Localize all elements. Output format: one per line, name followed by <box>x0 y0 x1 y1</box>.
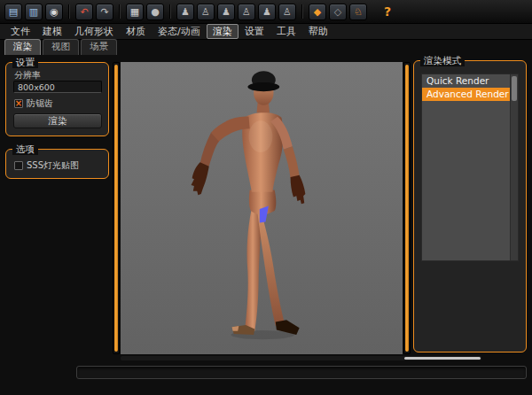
settings-groupbox: 设置 分辨率 × 防锯齿 渲染 <box>5 62 109 136</box>
redo-icon[interactable]: ↷ <box>96 4 113 20</box>
snapshot-camera-icon[interactable]: ◉ <box>45 4 63 20</box>
figure-hat-brim <box>247 82 279 91</box>
render-mode-groupbox: 渲染模式 Quick Render Advanced Render <box>413 60 527 352</box>
figure-right-forearm <box>284 146 300 178</box>
toolbar-separator <box>68 4 70 19</box>
figure-blue-patch <box>260 206 269 223</box>
help-icon[interactable]: ? <box>384 4 391 19</box>
listbox-scrollbar-thumb[interactable] <box>512 76 517 101</box>
menu-item-material[interactable]: 材质 <box>120 24 152 39</box>
antialias-label: 防锯齿 <box>27 97 53 110</box>
figure-right-leg <box>258 210 285 326</box>
menu-item-help[interactable]: 帮助 <box>302 24 334 39</box>
render-progress-bar <box>76 366 527 379</box>
pose-figure-icon[interactable]: ♟ <box>258 4 276 20</box>
material-sphere-icon[interactable]: ● <box>146 4 164 20</box>
menu-item-modeling[interactable]: 建模 <box>36 24 68 39</box>
save-as-icon[interactable]: ▥ <box>25 4 43 20</box>
menu-item-geometry[interactable]: 几何形状 <box>68 24 120 39</box>
figure-left-hand <box>192 162 209 195</box>
resolution-input[interactable] <box>13 81 102 93</box>
pose-figure-icon[interactable]: ♙ <box>197 4 215 20</box>
render-mode-listbox: Quick Render Advanced Render <box>421 74 519 261</box>
viewport-vscrollbar-right[interactable] <box>403 62 411 354</box>
menu-item-tools[interactable]: 工具 <box>270 24 302 39</box>
pose-figure-icon[interactable]: ♙ <box>238 4 255 20</box>
options-title: 选项 <box>12 143 38 155</box>
render-mode-title: 渲染模式 <box>420 55 465 66</box>
list-option-advanced-render[interactable]: Advanced Render <box>422 88 510 101</box>
vscrollbar-thumb[interactable] <box>114 65 118 352</box>
animate-figure-icon[interactable]: ♘ <box>349 4 367 20</box>
viewport-vscrollbar-left[interactable] <box>113 62 120 354</box>
viewport-hscrollbar[interactable] <box>121 356 481 360</box>
shield-icon[interactable]: ◆ <box>309 4 326 20</box>
tab-view[interactable]: 视图 <box>43 39 79 55</box>
menu-bar: 文件 建模 几何形状 材质 姿态/动画 渲染 设置 工具 帮助 <box>0 24 532 40</box>
hscrollbar-thumb[interactable] <box>404 357 481 360</box>
figure-left-foot-toes <box>231 326 239 331</box>
sss-lightmap-label: SSS灯光贴图 <box>27 159 79 172</box>
undo-icon[interactable]: ↶ <box>75 4 93 20</box>
render-button[interactable]: 渲染 <box>13 113 102 128</box>
antialias-checkbox[interactable]: × <box>14 99 23 108</box>
figure-chest-highlight <box>249 120 273 152</box>
listbox-scrollbar[interactable] <box>510 74 518 260</box>
tab-scene[interactable]: 场景 <box>81 39 117 55</box>
pose-figure-icon[interactable]: ♙ <box>278 4 296 20</box>
resolution-label: 分辨率 <box>14 69 41 81</box>
toolbar-separator <box>119 4 121 19</box>
toolbar-separator <box>169 4 171 19</box>
toolbar-separator <box>301 4 303 19</box>
menu-item-render[interactable]: 渲染 <box>207 24 239 39</box>
menu-item-settings[interactable]: 设置 <box>239 24 270 39</box>
pose-figure-icon[interactable]: ♟ <box>176 4 194 20</box>
list-option-quick-render[interactable]: Quick Render <box>422 74 510 88</box>
tab-render[interactable]: 渲染 <box>4 39 41 55</box>
menu-item-file[interactable]: 文件 <box>4 24 36 39</box>
save-icon[interactable]: ▤ <box>4 4 22 20</box>
viewport[interactable] <box>121 62 403 354</box>
pose-figure-icon[interactable]: ♟ <box>217 4 235 20</box>
shield-alt-icon[interactable]: ◇ <box>329 4 347 20</box>
vscrollbar-thumb[interactable] <box>405 65 409 352</box>
antialias-row: × 防锯齿 <box>14 97 53 110</box>
sss-lightmap-checkbox[interactable] <box>14 161 23 170</box>
character-figure <box>121 62 403 354</box>
options-groupbox: 选项 SSS灯光贴图 <box>5 149 109 179</box>
menu-item-pose-animation[interactable]: 姿态/动画 <box>152 24 207 39</box>
sss-row: SSS灯光贴图 <box>14 159 79 172</box>
figure-right-hand <box>291 175 306 204</box>
settings-title: 设置 <box>12 57 38 68</box>
tab-bar: 渲染 视图 场景 <box>0 40 532 55</box>
toolbar: ▤ ▥ ◉ ↶ ↷ ▦ ● ♟ ♙ ♟ ♙ ♟ ♙ ◆ ◇ ♘ ? <box>0 0 532 24</box>
render-scene-icon[interactable]: ▦ <box>126 4 144 20</box>
